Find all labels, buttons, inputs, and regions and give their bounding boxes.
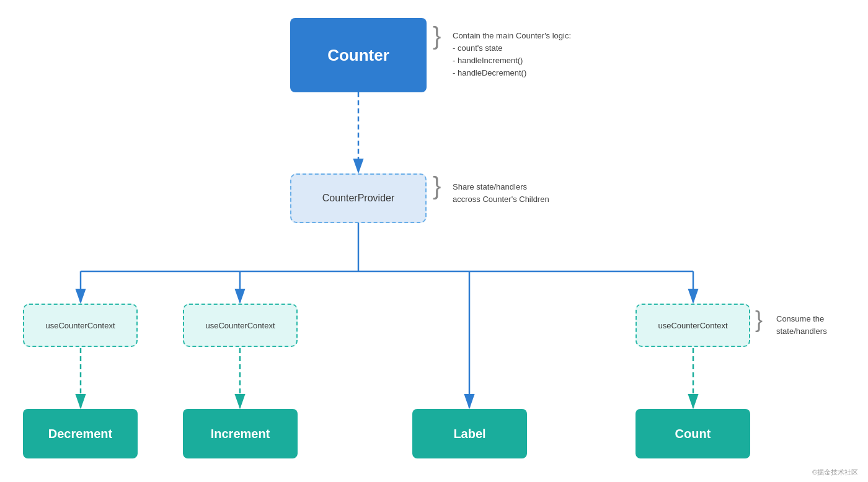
- counter-label: Counter: [327, 46, 389, 65]
- provider-label: CounterProvider: [322, 193, 395, 204]
- counter-brace: }: [433, 24, 441, 48]
- hook-count-box: useCounterContext: [636, 304, 750, 347]
- provider-brace: }: [433, 173, 441, 198]
- provider-box: CounterProvider: [290, 173, 427, 223]
- hook-annotation: Consume the state/handlers: [776, 313, 827, 338]
- hook-increment-box: useCounterContext: [183, 304, 298, 347]
- count-box: Count: [636, 409, 750, 458]
- label-box: Label: [412, 409, 527, 458]
- watermark: ©掘金技术社区: [812, 468, 858, 477]
- diagram-container: Counter } Contain the main Counter's log…: [0, 0, 868, 482]
- hook-decrement-box: useCounterContext: [23, 304, 138, 347]
- counter-box: Counter: [290, 18, 427, 92]
- hook-brace: }: [755, 309, 763, 331]
- provider-annotation: Share state/handlers accross Counter's C…: [453, 181, 549, 206]
- counter-annotation: Contain the main Counter's logic: - coun…: [453, 30, 571, 80]
- decrement-box: Decrement: [23, 409, 138, 458]
- increment-box: Increment: [183, 409, 298, 458]
